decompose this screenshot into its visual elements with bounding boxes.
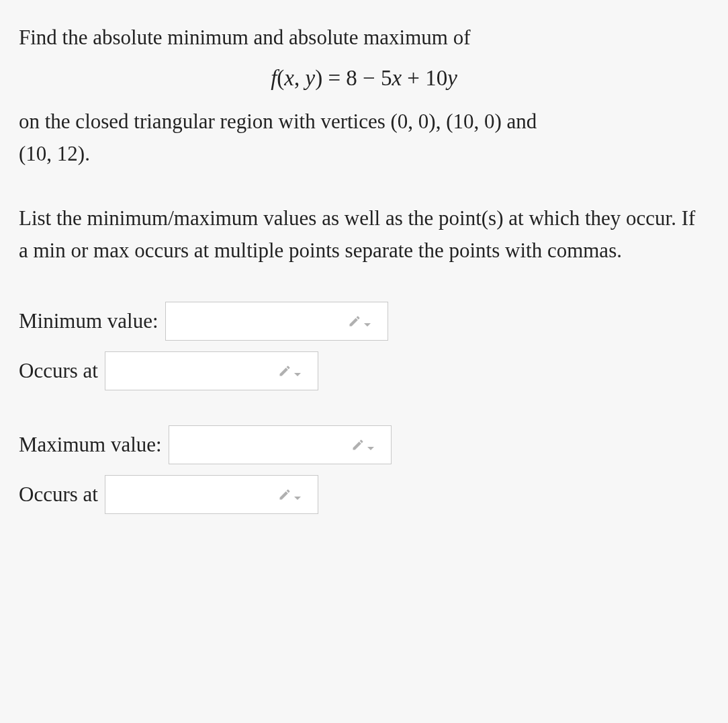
min-value-input-box[interactable] [165,302,388,341]
chevron-down-icon [294,497,301,500]
max-at-label: Occurs at [19,482,98,507]
intro-text: Find the absolute minimum and absolute m… [19,22,709,54]
pencil-icon [351,438,365,452]
edit-dropdown-button[interactable] [344,438,381,452]
instructions-text: List the minimum/maximum values as well … [19,202,709,267]
edit-dropdown-button[interactable] [271,364,308,378]
min-at-row: Occurs at [19,351,709,390]
min-value-input[interactable] [166,302,340,340]
max-value-input[interactable] [169,426,344,464]
chevron-down-icon [367,447,374,450]
min-at-input-box[interactable] [105,351,318,390]
pencil-icon [348,314,361,328]
chevron-down-icon [294,373,301,376]
chevron-down-icon [364,323,371,327]
region-text: on the closed triangular region with ver… [19,105,709,170]
pencil-icon [278,364,291,378]
question-page: Find the absolute minimum and absolute m… [0,0,728,557]
equation: f(x, y) = 8 − 5x + 10y [19,66,709,91]
max-at-input-box[interactable] [105,475,318,514]
answer-section: Minimum value: Occurs at [19,302,709,514]
edit-dropdown-button[interactable] [271,488,308,501]
max-at-input[interactable] [105,476,271,513]
edit-dropdown-button[interactable] [340,314,378,328]
max-value-input-box[interactable] [169,425,392,464]
min-value-label: Minimum value: [19,309,158,333]
max-value-row: Maximum value: [19,425,709,464]
max-value-label: Maximum value: [19,433,162,457]
min-at-input[interactable] [105,352,271,390]
max-at-row: Occurs at [19,475,709,514]
pencil-icon [278,488,291,501]
min-at-label: Occurs at [19,359,98,383]
min-value-row: Minimum value: [19,302,709,341]
